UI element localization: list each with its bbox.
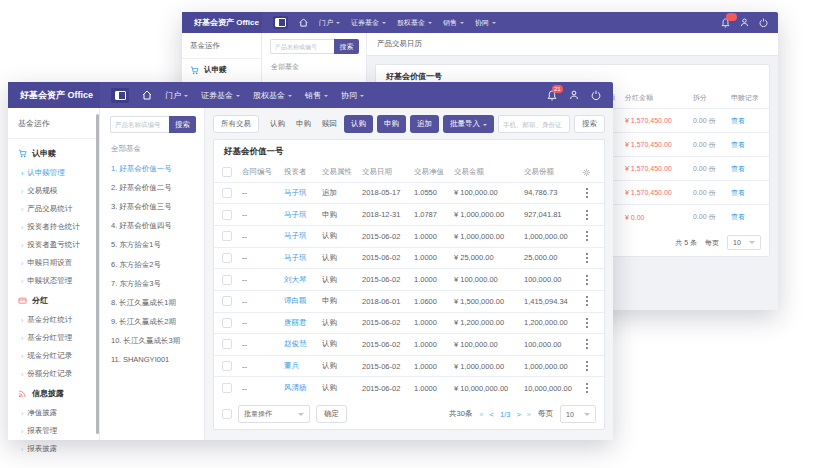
sidebar-section-subscription[interactable]: 认申赎 [8, 143, 99, 164]
view-link[interactable]: 查看 [731, 212, 761, 222]
product-item[interactable]: 1. 好基会价值一号 [110, 159, 196, 178]
investor-link[interactable]: 风清杨 [284, 383, 322, 393]
per-page-select[interactable]: 10 [560, 405, 596, 423]
row-actions-icon[interactable] [586, 365, 588, 367]
per-page-select[interactable]: 10 [727, 235, 761, 250]
sidebar-item-investor-pnl-stats[interactable]: ›投资者盈亏统计 [8, 236, 99, 254]
home-icon[interactable] [142, 90, 152, 100]
menu-equity-fund[interactable]: 股权基金 [397, 18, 432, 28]
product-item[interactable]: 2. 好基会价值二号 [110, 178, 196, 197]
sidebar-item-investor-position-stats[interactable]: ›投资者持仓统计 [8, 218, 99, 236]
sidebar-item-report-disclosure[interactable]: ›报表披露 [8, 440, 99, 458]
menu-collaboration[interactable]: 协同 [341, 90, 364, 101]
view-link[interactable]: 查看 [731, 188, 761, 198]
row-actions-icon[interactable] [586, 257, 588, 259]
prev-page-icon[interactable]: < [490, 410, 494, 419]
investor-link[interactable]: 赵俊慧 [284, 339, 322, 349]
user-icon[interactable] [569, 90, 579, 100]
row-checkbox[interactable] [222, 361, 232, 371]
row-actions-icon[interactable] [586, 235, 588, 237]
product-search-input[interactable] [270, 39, 334, 54]
menu-securities-fund[interactable]: 证券基金 [201, 90, 240, 101]
product-item[interactable]: 3. 好基会价值三号 [110, 197, 196, 216]
menu-sales[interactable]: 销售 [305, 90, 328, 101]
product-search-button[interactable]: 搜索 [334, 39, 359, 54]
row-checkbox[interactable] [222, 318, 232, 328]
row-checkbox[interactable] [222, 210, 232, 220]
sidebar-item-redeem-date-setting[interactable]: ›申赎日期设置 [8, 254, 99, 272]
menu-portal[interactable]: 门户 [319, 18, 340, 28]
row-actions-icon[interactable] [586, 322, 588, 324]
menu-equity-fund[interactable]: 股权基金 [253, 90, 292, 101]
row-checkbox[interactable] [222, 339, 232, 349]
sidebar-item-dividend-stats[interactable]: ›基金分红统计 [8, 311, 99, 329]
menu-collaboration[interactable]: 协同 [475, 18, 496, 28]
menu-securities-fund[interactable]: 证券基金 [351, 18, 386, 28]
investor-link[interactable]: 马子琪 [284, 188, 322, 198]
add-button[interactable]: 追加 [410, 115, 439, 133]
row-checkbox[interactable] [222, 253, 232, 263]
power-icon[interactable] [591, 90, 601, 100]
product-item[interactable]: 4. 好基会价值四号 [110, 217, 196, 236]
product-item[interactable]: 6. 东方拾金2号 [110, 255, 196, 274]
sidebar-item-trade-scale[interactable]: ›交易规模 [8, 182, 99, 200]
investor-search-input[interactable] [498, 115, 570, 133]
product-item[interactable]: 8. 长江久赢成长1期 [110, 293, 196, 312]
investor-link[interactable]: 谭白颖 [284, 296, 322, 306]
next-page-icon[interactable]: > [516, 410, 520, 419]
column-settings-gear-icon[interactable] [582, 168, 594, 177]
user-icon[interactable] [740, 18, 749, 27]
batch-import-button[interactable]: 批量导入 [443, 115, 494, 133]
investor-search-button[interactable]: 搜索 [574, 115, 605, 133]
confirm-button[interactable]: 确定 [316, 405, 347, 423]
row-checkbox[interactable] [222, 188, 232, 198]
sidebar-item-subscription-mgmt[interactable]: ›认申赎管理 [8, 164, 99, 182]
sidebar-item-dividend-mgmt[interactable]: ›基金分红管理 [8, 329, 99, 347]
batch-action-select[interactable]: 批量操作 [238, 405, 310, 423]
sidebar-item-report-mgmt[interactable]: ›报表管理 [8, 422, 99, 440]
last-page-icon[interactable]: » [527, 410, 531, 419]
view-link[interactable]: 查看 [731, 140, 761, 150]
notifications-bell-icon[interactable] [721, 18, 730, 28]
home-icon[interactable] [299, 18, 308, 27]
select-all-checkbox[interactable] [222, 167, 232, 177]
investor-link[interactable]: 董兵 [284, 361, 322, 371]
first-page-icon[interactable]: « [479, 410, 483, 419]
menu-sales[interactable]: 销售 [443, 18, 464, 28]
product-item[interactable]: 9. 长江久赢成长2期 [110, 313, 196, 332]
view-link[interactable]: 查看 [731, 164, 761, 174]
investor-link[interactable]: 马子琪 [284, 253, 322, 263]
subscribe-button[interactable]: 认购 [344, 115, 373, 133]
row-checkbox[interactable] [222, 383, 232, 393]
tab-subscribe[interactable]: 认购 [270, 119, 285, 129]
row-actions-icon[interactable] [586, 300, 588, 302]
tab-all-trades[interactable]: 所有交易 [213, 115, 259, 133]
sidebar-section-disclosure[interactable]: 信息披露 [8, 383, 99, 404]
row-actions-icon[interactable] [586, 279, 588, 281]
investor-link[interactable]: 唐丽君 [284, 318, 322, 328]
row-checkbox[interactable] [222, 231, 232, 241]
sidebar-section-dividend[interactable]: 分红 [8, 290, 99, 311]
footer-select-all-checkbox[interactable] [222, 409, 232, 419]
sidebar-item-share-dividend-records[interactable]: ›份额分红记录 [8, 365, 99, 383]
investor-link[interactable]: 马子琪 [284, 210, 322, 220]
investor-link[interactable]: 刘大琴 [284, 275, 322, 285]
row-actions-icon[interactable] [586, 214, 588, 216]
row-actions-icon[interactable] [586, 343, 588, 345]
product-item[interactable]: 7. 东方拾金3号 [110, 274, 196, 293]
notifications-bell-icon[interactable]: 21 [547, 90, 557, 101]
sidebar-item-product-trade-stats[interactable]: ›产品交易统计 [8, 200, 99, 218]
product-search-input[interactable] [110, 116, 169, 133]
purchase-button[interactable]: 申购 [377, 115, 406, 133]
sidebar-item-redeem-status-mgmt[interactable]: ›申赎状态管理 [8, 272, 99, 290]
product-item[interactable]: 11. SHANGYI001 [110, 351, 196, 369]
product-item[interactable]: 5. 东方拾金1号 [110, 236, 196, 255]
menu-portal[interactable]: 门户 [165, 90, 188, 101]
sidebar-item-nav-disclosure[interactable]: ›净值披露 [8, 404, 99, 422]
row-checkbox[interactable] [222, 275, 232, 285]
investor-link[interactable]: 马子琪 [284, 231, 322, 241]
sidebar-section-subscription[interactable]: 认申赎 [182, 61, 261, 79]
sidebar-toggle-button[interactable] [111, 88, 129, 103]
power-icon[interactable] [759, 18, 768, 27]
row-checkbox[interactable] [222, 296, 232, 306]
